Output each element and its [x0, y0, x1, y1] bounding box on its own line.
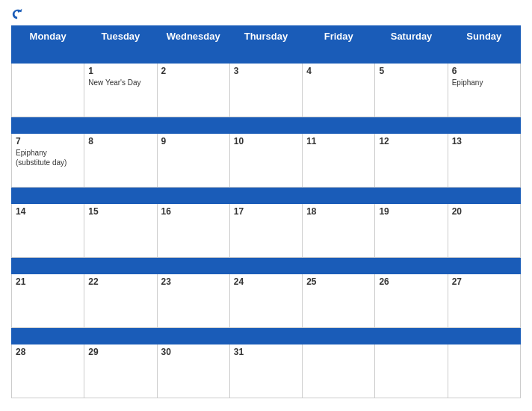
- week-row-5: 28293031: [12, 344, 521, 398]
- day-number: 31: [234, 347, 298, 357]
- day-number: 26: [379, 276, 443, 287]
- week-header-cell: [229, 188, 302, 204]
- week-header-cell: [375, 47, 448, 64]
- calendar-cell: 14: [12, 204, 84, 258]
- calendar-cell: 30: [157, 344, 229, 398]
- calendar-cell: 31: [229, 344, 302, 398]
- day-number: 7: [16, 136, 80, 146]
- day-number: 15: [88, 206, 152, 217]
- logo: [11, 7, 26, 21]
- calendar-cell: 4: [303, 64, 375, 117]
- calendar-cell: 11: [303, 134, 375, 188]
- calendar-cell: [375, 344, 448, 398]
- week-header-cell: [303, 258, 375, 274]
- calendar-cell: 29: [84, 344, 157, 398]
- calendar-cell: [448, 344, 520, 398]
- col-header-monday: Monday: [12, 26, 84, 47]
- week-header-cell: [303, 188, 375, 204]
- day-number: 14: [16, 206, 80, 217]
- week-header-cell: [448, 328, 520, 344]
- week-header-cell: [375, 328, 448, 344]
- calendar-cell: 5: [375, 64, 448, 117]
- holiday-name: Epiphany: [452, 78, 516, 87]
- week-header-cell: [84, 188, 157, 204]
- week-header-cell: [229, 47, 302, 64]
- day-number: 24: [234, 276, 298, 287]
- logo-blue-text: [11, 7, 26, 21]
- day-header-row: MondayTuesdayWednesdayThursdayFridaySatu…: [12, 26, 521, 47]
- col-header-friday: Friday: [303, 26, 375, 47]
- day-number: 18: [306, 206, 371, 217]
- day-number: 25: [306, 276, 371, 287]
- week-header-row-2: [12, 117, 521, 134]
- calendar-cell: 8: [84, 134, 157, 188]
- calendar-cell: 3: [229, 64, 302, 117]
- week-header-cell: [303, 328, 375, 344]
- day-number: 16: [161, 206, 226, 217]
- week-header-cell: [12, 328, 84, 344]
- week-header-row-3: [12, 188, 521, 204]
- calendar-cell: 7Epiphany (substitute day): [12, 134, 84, 188]
- week-header-cell: [448, 188, 520, 204]
- week-header-cell: [157, 258, 229, 274]
- day-number: 10: [234, 136, 298, 146]
- calendar-cell: 10: [229, 134, 302, 188]
- day-number: 21: [16, 276, 80, 287]
- week-header-row-5: [12, 328, 521, 344]
- calendar-cell: 6Epiphany: [448, 64, 520, 117]
- week-header-cell: [229, 258, 302, 274]
- week-row-3: 14151617181920: [12, 204, 521, 258]
- calendar-cell: 13: [448, 134, 520, 188]
- day-number: 3: [234, 66, 298, 76]
- week-header-cell: [157, 188, 229, 204]
- day-number: 20: [452, 206, 516, 217]
- calendar-cell: 26: [375, 274, 448, 328]
- holiday-name: Epiphany (substitute day): [16, 148, 80, 167]
- calendar-cell: 27: [448, 274, 520, 328]
- calendar-cell: 25: [303, 274, 375, 328]
- day-number: 19: [379, 206, 443, 217]
- week-header-cell: [12, 117, 84, 134]
- day-number: 2: [161, 66, 226, 76]
- week-header-cell: [448, 258, 520, 274]
- week-row-1: 1New Year's Day23456Epiphany: [12, 64, 521, 117]
- week-header-row-4: [12, 258, 521, 274]
- week-row-4: 21222324252627: [12, 274, 521, 328]
- day-number: 27: [452, 276, 516, 287]
- logo-bird-icon: [11, 7, 25, 21]
- calendar-cell: 24: [229, 274, 302, 328]
- week-header-cell: [303, 117, 375, 134]
- calendar-cell: 20: [448, 204, 520, 258]
- day-number: 12: [379, 136, 443, 146]
- day-number: 22: [88, 276, 152, 287]
- day-number: 1: [88, 66, 152, 76]
- day-number: 6: [452, 66, 516, 76]
- calendar-cell: [12, 64, 84, 117]
- calendar-cell: [303, 344, 375, 398]
- day-number: 28: [16, 347, 80, 357]
- col-header-tuesday: Tuesday: [84, 26, 157, 47]
- week-header-cell: [448, 47, 520, 64]
- col-header-sunday: Sunday: [448, 26, 520, 47]
- week-header-cell: [229, 117, 302, 134]
- day-number: 13: [452, 136, 516, 146]
- calendar-cell: 17: [229, 204, 302, 258]
- col-header-saturday: Saturday: [375, 26, 448, 47]
- day-number: 4: [306, 66, 371, 76]
- calendar-cell: 19: [375, 204, 448, 258]
- calendar-cell: 9: [157, 134, 229, 188]
- week-header-cell: [84, 328, 157, 344]
- page-header: [11, 7, 521, 21]
- calendar-cell: 21: [12, 274, 84, 328]
- col-header-wednesday: Wednesday: [157, 26, 229, 47]
- day-number: 30: [161, 347, 226, 357]
- week-header-row-1: [12, 47, 521, 64]
- week-row-2: 7Epiphany (substitute day)8910111213: [12, 134, 521, 188]
- calendar-cell: 12: [375, 134, 448, 188]
- calendar-table: MondayTuesdayWednesdayThursdayFridaySatu…: [11, 25, 521, 398]
- week-header-cell: [12, 188, 84, 204]
- calendar-cell: 2: [157, 64, 229, 117]
- day-number: 11: [306, 136, 371, 146]
- day-number: 23: [161, 276, 226, 287]
- calendar-cell: 28: [12, 344, 84, 398]
